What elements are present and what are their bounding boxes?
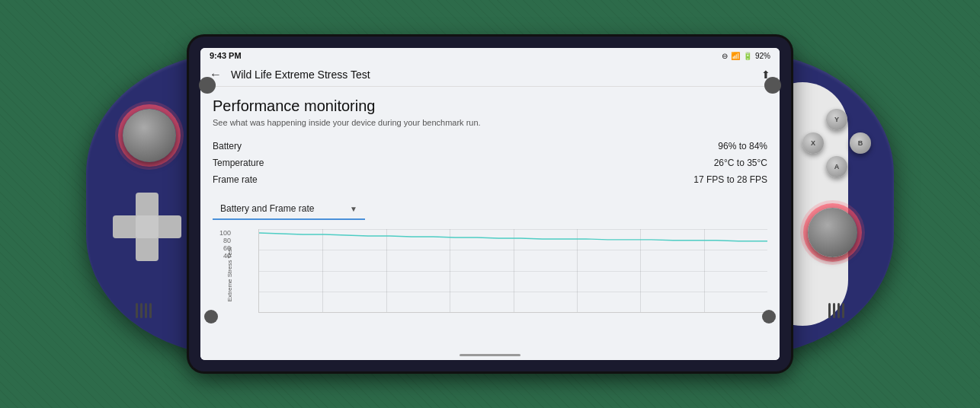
home-indicator[interactable] [460,354,520,356]
metric-label-battery: Battery [213,141,242,151]
metrics-table: Battery 96% to 84% Temperature 26°C to 3… [213,138,767,188]
battery-percent: 92% [755,52,770,60]
app-header: ← Wild Life Extreme Stress Test ⬆ [200,63,780,87]
dpad-center [136,215,159,238]
metric-value-battery: 96% to 84% [718,141,767,151]
speaker-grill-left [136,303,152,318]
left-analog-stick[interactable] [123,109,176,162]
status-icons: ⊖ 📶 🔋 92% [722,52,770,60]
home-indicator-bar [200,349,780,360]
face-buttons: Y X B A [799,105,875,181]
page-title: Performance monitoring [213,97,767,115]
chart-container: 100 80 60 40 Extreme Stress Test [213,229,767,313]
chart-area [258,229,767,313]
battery-icon: 🔋 [743,52,752,60]
chart-line-svg [259,229,767,312]
small-button-left[interactable] [199,77,216,94]
dpad[interactable] [113,193,181,261]
speaker-grill-right [828,303,844,318]
page-subtitle: See what was happening inside your devic… [213,118,767,127]
dropdown-selected-value: Battery and Frame rate [220,203,314,214]
status-time: 9:43 PM [210,51,242,60]
metric-row-temperature: Temperature 26°C to 35°C [213,155,767,171]
button-b[interactable]: B [850,132,871,154]
bumper-dot-right[interactable] [762,310,776,324]
dropdown-container: Battery and Frame rate ▼ [213,199,767,220]
metric-value-temperature: 26°C to 35°C [714,158,767,168]
wifi-icon: 📶 [731,52,740,60]
controller: Y X B A 9:43 PM ⊖ 📶 🔋 92% ← Wild Life Ex… [71,18,909,390]
chart-type-dropdown[interactable]: Battery and Frame rate ▼ [213,199,365,220]
app-title: Wild Life Extreme Stress Test [231,69,761,81]
status-bar: 9:43 PM ⊖ 📶 🔋 92% [200,48,780,63]
metric-label-temperature: Temperature [213,158,264,168]
screen-bezel: 9:43 PM ⊖ 📶 🔋 92% ← Wild Life Extreme St… [189,37,791,371]
minus-icon: ⊖ [722,52,728,60]
button-y[interactable]: Y [826,109,847,130]
metric-label-framerate: Frame rate [213,174,258,185]
right-analog-stick[interactable] [808,208,857,257]
button-x[interactable]: X [802,132,824,154]
metric-value-framerate: 17 FPS to 28 FPS [693,174,767,185]
small-button-right[interactable] [764,77,781,94]
y-label-80: 80 [216,237,231,244]
metric-row-framerate: Frame rate 17 FPS to 28 FPS [213,171,767,188]
chart-y-rotated-label: Extreme Stress Test [226,247,233,301]
screen: 9:43 PM ⊖ 📶 🔋 92% ← Wild Life Extreme St… [200,48,780,360]
button-a[interactable]: A [826,156,847,177]
metric-row-battery: Battery 96% to 84% [213,138,767,155]
y-label-100: 100 [216,229,231,237]
bumper-dot-left[interactable] [204,310,218,324]
content-area: Performance monitoring See what was happ… [200,87,780,349]
chevron-down-icon: ▼ [350,205,357,213]
